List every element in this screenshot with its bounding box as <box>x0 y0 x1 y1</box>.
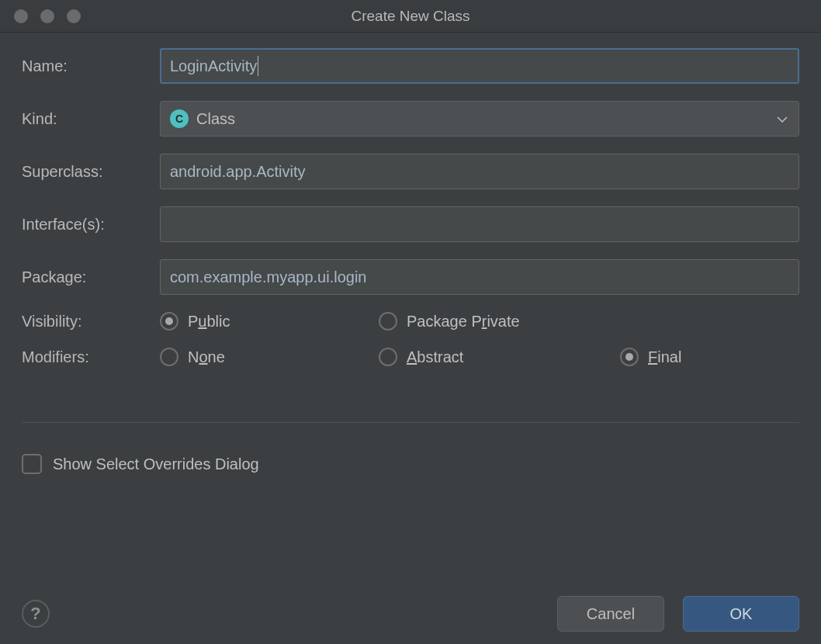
dialog-footer: ? Cancel OK <box>22 596 799 632</box>
titlebar: Create New Class <box>0 0 821 33</box>
package-input[interactable]: com.example.myapp.ui.login <box>160 259 799 295</box>
window-controls <box>14 9 81 23</box>
visibility-radio-group: Public Package Private <box>160 312 799 331</box>
name-label: Name: <box>22 57 160 75</box>
kind-dropdown[interactable]: C Class <box>160 101 799 137</box>
name-input[interactable]: LoginActivity <box>160 48 799 84</box>
show-overrides-checkbox[interactable] <box>22 454 42 474</box>
visibility-public-radio[interactable] <box>160 312 178 331</box>
modifier-final-radio[interactable] <box>620 348 639 366</box>
class-icon: C <box>170 109 189 128</box>
kind-value: Class <box>196 110 235 128</box>
chevron-down-icon <box>777 112 788 126</box>
modifier-final-label[interactable]: Final <box>648 348 681 366</box>
visibility-package-private-radio[interactable] <box>379 312 397 331</box>
modifier-abstract-label[interactable]: Abstract <box>407 348 463 366</box>
visibility-public-label[interactable]: Public <box>188 313 230 331</box>
text-caret-icon <box>258 56 258 76</box>
close-window-icon[interactable] <box>14 9 28 23</box>
superclass-input[interactable]: android.app.Activity <box>160 154 799 189</box>
ok-button[interactable]: OK <box>683 596 799 632</box>
window-title: Create New Class <box>351 8 469 25</box>
modifiers-label: Modifiers: <box>22 348 160 366</box>
kind-label: Kind: <box>22 110 160 128</box>
cancel-button[interactable]: Cancel <box>557 596 664 632</box>
modifiers-radio-group: None Abstract Final <box>160 348 799 366</box>
interfaces-label: Interface(s): <box>22 216 160 234</box>
modifier-abstract-radio[interactable] <box>379 348 397 366</box>
minimize-window-icon[interactable] <box>40 9 54 23</box>
superclass-label: Superclass: <box>22 163 160 181</box>
interfaces-input[interactable] <box>160 206 799 242</box>
superclass-value: android.app.Activity <box>170 163 306 181</box>
modifier-none-radio[interactable] <box>160 348 178 366</box>
name-value: LoginActivity <box>170 57 257 75</box>
visibility-package-private-label[interactable]: Package Private <box>407 313 520 331</box>
package-value: com.example.myapp.ui.login <box>170 268 366 286</box>
separator <box>22 422 799 423</box>
visibility-label: Visibility: <box>22 313 160 331</box>
dialog-content: Name: LoginActivity Kind: C Class Superc… <box>0 33 821 474</box>
package-label: Package: <box>22 268 160 286</box>
maximize-window-icon[interactable] <box>67 9 81 23</box>
help-button[interactable]: ? <box>22 600 50 628</box>
show-overrides-label[interactable]: Show Select Overrides Dialog <box>53 455 259 473</box>
modifier-none-label[interactable]: None <box>188 348 225 366</box>
